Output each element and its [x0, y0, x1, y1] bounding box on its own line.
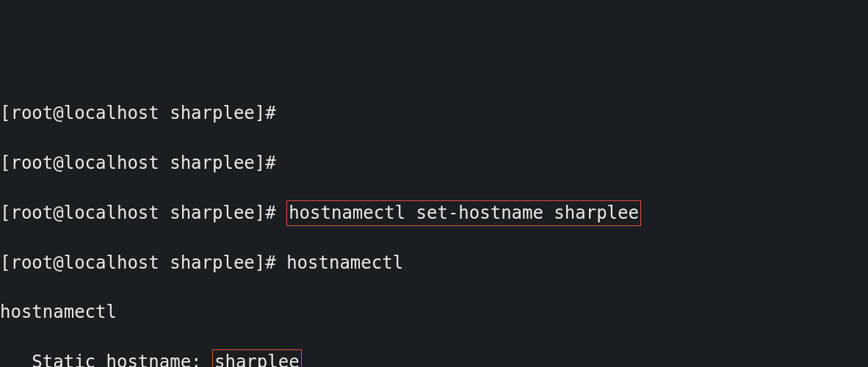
- prompt-line-3: [root@localhost sharplee]# hostnamectl s…: [0, 200, 868, 227]
- shell-prompt: [root@localhost sharplee]#: [0, 103, 286, 123]
- prompt-line-1: [root@localhost sharplee]#: [0, 101, 868, 126]
- shell-prompt: [root@localhost sharplee]#: [0, 203, 286, 223]
- shell-prompt: [root@localhost sharplee]#: [0, 252, 286, 273]
- output-label: Static hostname:: [0, 352, 212, 367]
- value-highlight: sharplee: [212, 349, 302, 367]
- echo-line: hostnamectl: [0, 300, 868, 325]
- prompt-line-2: [root@localhost sharplee]#: [0, 151, 868, 176]
- command-highlight: hostnamectl set-hostname sharplee: [286, 200, 641, 227]
- shell-prompt: [root@localhost sharplee]#: [0, 153, 286, 173]
- output-row-static-hostname: Static hostname: sharplee: [0, 349, 868, 367]
- echo-text: hostnamectl: [0, 302, 117, 322]
- prompt-line-4: [root@localhost sharplee]# hostnamectl: [0, 251, 868, 276]
- command-text[interactable]: hostnamectl: [286, 252, 403, 273]
- output-value: sharplee: [214, 352, 300, 367]
- command-text[interactable]: hostnamectl set-hostname sharplee: [289, 203, 639, 223]
